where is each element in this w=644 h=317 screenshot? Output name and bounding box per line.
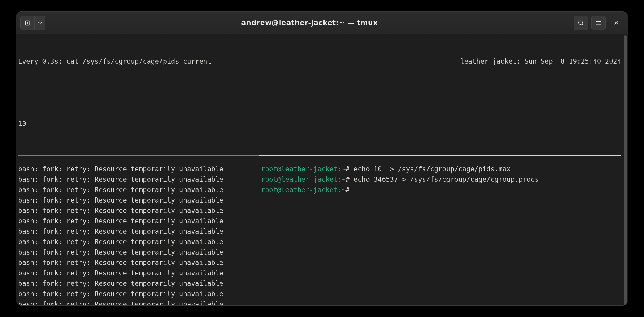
error-line: bash: fork: retry: Resource temporarily … <box>18 278 259 289</box>
prompt-path: ~ <box>342 175 346 183</box>
terminal-window: andrew@leather-jacket:~ — tmux <box>16 11 628 306</box>
close-icon <box>613 20 619 26</box>
watch-pane: Every 0.3s: cat /sys/fs/cgroup/cage/pids… <box>16 34 623 150</box>
watch-command: Every 0.3s: cat /sys/fs/cgroup/cage/pids… <box>18 56 211 67</box>
tmux-right-pane[interactable]: root@leather-jacket:~# echo 10 > /sys/fs… <box>259 156 621 306</box>
svg-point-3 <box>579 21 583 24</box>
shell-command: echo 346537 > /sys/fs/cgroup/cage/cgroup… <box>354 175 539 183</box>
new-tab-split <box>20 16 45 30</box>
error-line: bash: fork: retry: Resource temporarily … <box>18 205 259 216</box>
error-line: bash: fork: retry: Resource temporarily … <box>18 216 259 226</box>
plus-box-icon <box>24 20 31 26</box>
prompt-user-host: root@leather-jacket <box>261 186 337 194</box>
window-title: andrew@leather-jacket:~ — tmux <box>48 19 571 27</box>
hamburger-menu-button[interactable] <box>591 16 606 30</box>
new-tab-button[interactable] <box>20 16 35 30</box>
error-line: bash: fork: retry: Resource temporarily … <box>18 237 259 247</box>
search-icon <box>577 20 584 26</box>
tmux-horizontal-split <box>18 155 621 156</box>
prompt-symbol: # <box>345 165 353 173</box>
terminal-scrollbar[interactable] <box>623 34 628 306</box>
error-line: bash: fork: retry: Resource temporarily … <box>18 247 259 258</box>
terminal-content[interactable]: Every 0.3s: cat /sys/fs/cgroup/cage/pids… <box>16 34 623 306</box>
error-line: bash: fork: retry: Resource temporarily … <box>18 195 259 205</box>
error-line: bash: fork: retry: Resource temporarily … <box>18 164 259 174</box>
watch-header: Every 0.3s: cat /sys/fs/cgroup/cage/pids… <box>18 56 621 67</box>
error-line: bash: fork: retry: Resource temporarily … <box>18 289 259 299</box>
shell-command: echo 10 > /sys/fs/cgroup/cage/pids.max <box>354 165 511 173</box>
search-button[interactable] <box>574 16 588 30</box>
prompt-symbol: # <box>345 175 353 183</box>
error-line: bash: fork: retry: Resource temporarily … <box>18 268 259 278</box>
watch-output: 10 <box>18 119 621 129</box>
chevron-down-icon <box>37 20 43 26</box>
prompt-path: ~ <box>342 186 346 194</box>
hamburger-icon <box>595 20 602 26</box>
prompt-user-host: root@leather-jacket <box>261 175 337 183</box>
prompt-user-host: root@leather-jacket <box>261 165 337 173</box>
error-line: bash: fork: retry: Resource temporarily … <box>18 174 259 185</box>
shell-line: root@leather-jacket:~# echo 346537 > /sy… <box>261 174 621 185</box>
titlebar: andrew@leather-jacket:~ — tmux <box>16 12 628 34</box>
shell-line: root@leather-jacket:~# <box>261 185 621 195</box>
scrollbar-thumb[interactable] <box>624 35 627 306</box>
error-line: bash: fork: retry: Resource temporarily … <box>18 299 259 306</box>
error-line: bash: fork: retry: Resource temporarily … <box>18 258 259 268</box>
shell-line: root@leather-jacket:~# echo 10 > /sys/fs… <box>261 164 621 174</box>
titlebar-right <box>574 16 624 30</box>
terminal-body: Every 0.3s: cat /sys/fs/cgroup/cage/pids… <box>16 34 628 306</box>
watch-host-time: leather-jacket: Sun Sep 8 19:25:40 2024 <box>460 56 621 67</box>
tmux-left-pane[interactable]: bash: fork: retry: Resource temporarily … <box>18 156 259 306</box>
close-window-button[interactable] <box>609 16 624 30</box>
prompt-symbol: # <box>345 186 353 194</box>
error-line: bash: fork: retry: Resource temporarily … <box>18 226 259 237</box>
svg-line-4 <box>582 24 583 25</box>
error-line: bash: fork: retry: Resource temporarily … <box>18 185 259 195</box>
prompt-path: ~ <box>342 165 346 173</box>
tmux-panes: bash: fork: retry: Resource temporarily … <box>16 156 623 306</box>
new-tab-menu-button[interactable] <box>35 16 45 30</box>
